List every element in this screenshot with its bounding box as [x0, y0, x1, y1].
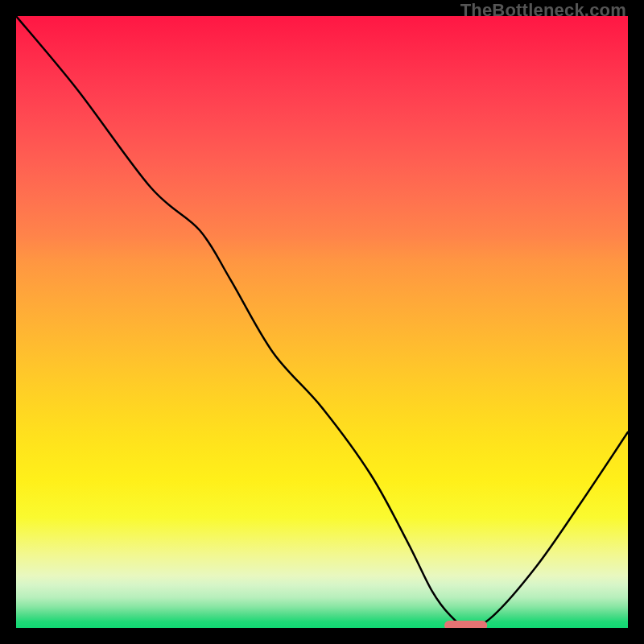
chart-svg: [16, 16, 628, 628]
chart-container: TheBottleneck.com: [0, 0, 644, 644]
optimal-zone-marker: [444, 621, 487, 628]
bottleneck-curve: [16, 16, 628, 628]
plot-area: [16, 16, 628, 628]
